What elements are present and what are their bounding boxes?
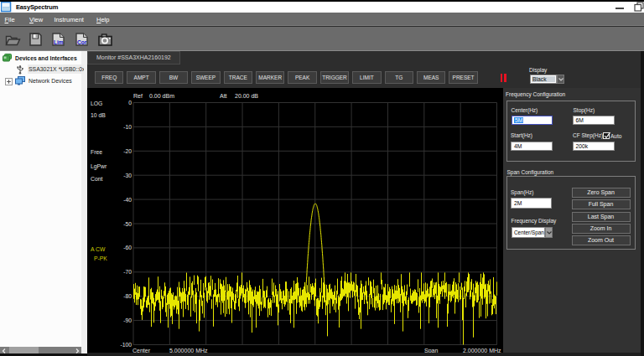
svg-text:Lim: Lim bbox=[54, 39, 64, 45]
svg-text:Cor: Cor bbox=[77, 39, 87, 45]
